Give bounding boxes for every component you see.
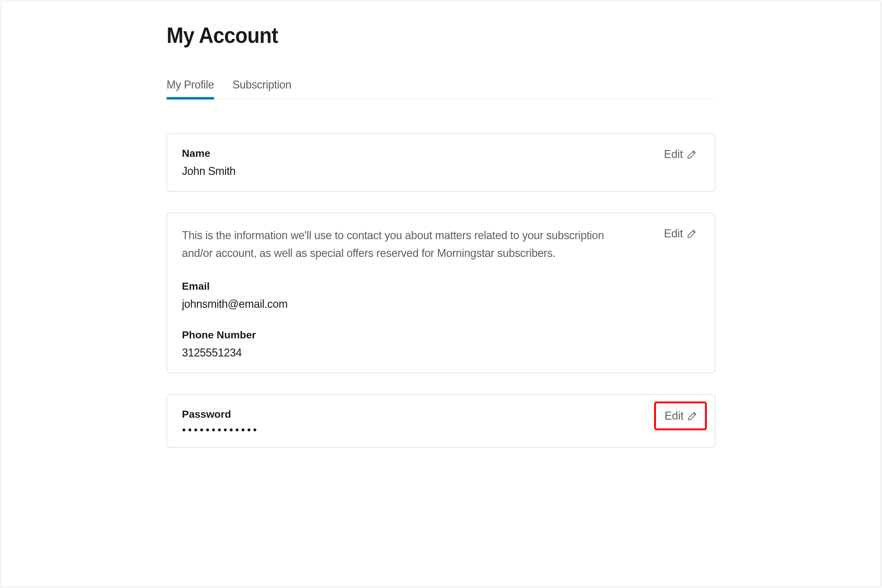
edit-name-label: Edit bbox=[664, 148, 683, 161]
email-label: Email bbox=[182, 280, 700, 292]
edit-contact-label: Edit bbox=[664, 227, 683, 240]
contact-card: This is the information we'll use to con… bbox=[166, 213, 716, 374]
email-value: johnsmith@email.com bbox=[182, 298, 700, 310]
name-label: Name bbox=[182, 147, 700, 159]
edit-name-button[interactable]: Edit bbox=[661, 146, 700, 163]
pencil-icon bbox=[687, 228, 697, 239]
email-field: Email johnsmith@email.com bbox=[182, 280, 700, 310]
name-card: Name John Smith Edit bbox=[166, 133, 716, 192]
name-value: John Smith bbox=[182, 165, 700, 178]
password-card: Password ●●●●●●●●●●●●● Edit bbox=[166, 394, 716, 448]
pencil-icon bbox=[687, 149, 697, 159]
contact-description: This is the information we'll use to con… bbox=[182, 226, 622, 262]
pencil-icon bbox=[687, 411, 698, 421]
edit-contact-button[interactable]: Edit bbox=[661, 225, 700, 242]
password-masked-value: ●●●●●●●●●●●●● bbox=[182, 426, 700, 434]
tab-my-profile[interactable]: My Profile bbox=[166, 78, 214, 99]
page-frame: My Account My Profile Subscription Name … bbox=[1, 1, 881, 587]
page-title: My Account bbox=[166, 22, 672, 48]
phone-value: 3125551234 bbox=[182, 346, 700, 359]
password-label: Password bbox=[182, 408, 700, 420]
password-field: Password ●●●●●●●●●●●●● bbox=[182, 408, 700, 434]
phone-field: Phone Number 3125551234 bbox=[182, 329, 700, 359]
tabs: My Profile Subscription bbox=[166, 78, 716, 99]
edit-password-label: Edit bbox=[664, 410, 684, 422]
tab-subscription[interactable]: Subscription bbox=[232, 78, 291, 99]
edit-password-button[interactable]: Edit bbox=[654, 402, 707, 430]
name-field: Name John Smith bbox=[182, 147, 700, 178]
phone-label: Phone Number bbox=[182, 329, 700, 341]
